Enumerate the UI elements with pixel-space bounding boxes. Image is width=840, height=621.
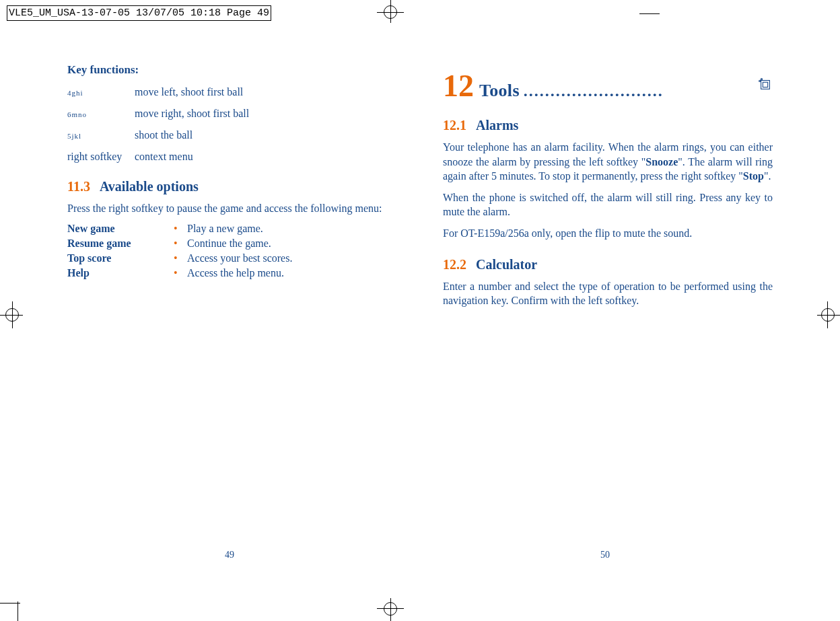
key-desc: move left, shoot first ball	[135, 86, 404, 98]
svg-rect-1	[763, 82, 767, 87]
snooze-label: Snooze	[645, 156, 678, 168]
option-name: Help	[67, 267, 174, 279]
key-row: 6mno move right, shoot first ball	[67, 108, 404, 120]
bleed-mark	[18, 601, 18, 621]
section-paragraph: Enter a number and select the type of op…	[443, 279, 773, 308]
section-heading-11-3: 11.3Available options	[67, 179, 404, 194]
section-heading-12-2: 12.2Calculator	[443, 257, 773, 272]
crop-mark-top	[377, 0, 404, 23]
crop-mark-right	[817, 301, 840, 328]
chapter-number: 12	[443, 71, 474, 102]
option-desc: Access the help menu.	[187, 267, 404, 279]
key-desc: shoot the ball	[135, 129, 404, 141]
section-heading-12-1: 12.1Alarms	[443, 118, 773, 133]
option-desc: Play a new game.	[187, 223, 404, 235]
bullet-icon: •	[174, 223, 187, 235]
key-row: 5jkl shoot the ball	[67, 129, 404, 141]
crop-mark-bottom	[377, 598, 404, 621]
page-right: 12 Tools .......................... 12.1…	[443, 71, 773, 315]
option-desc: Access your best scores.	[187, 252, 404, 264]
crop-mark-left	[0, 301, 23, 328]
key-desc: context menu	[135, 151, 404, 163]
bullet-icon: •	[174, 238, 187, 250]
section-number: 12.2	[443, 257, 466, 272]
option-desc: Continue the game.	[187, 238, 404, 250]
section-title: Calculator	[476, 257, 537, 272]
section-paragraph: Your telephone has an alarm facility. Wh…	[443, 140, 773, 184]
section-number: 12.1	[443, 118, 466, 133]
page-left: Key functions: 4ghi move left, shoot fir…	[67, 63, 404, 282]
prepress-header: VLE5_UM_USA-13-07-05 13/07/05 10:18 Page…	[7, 5, 271, 21]
bullet-icon: •	[174, 267, 187, 279]
option-row: Help • Access the help menu.	[67, 267, 404, 279]
page-number-left: 49	[225, 550, 234, 560]
option-name: New game	[67, 223, 174, 235]
section-paragraph: For OT-E159a/256a only, open the flip to…	[443, 226, 773, 241]
key-4-icon: 4ghi	[67, 89, 83, 97]
bullet-icon: •	[174, 252, 187, 264]
page-number-right: 50	[600, 550, 610, 560]
section-number: 11.3	[67, 179, 90, 194]
key-functions-heading: Key functions:	[67, 63, 404, 77]
option-row: Top score • Access your best scores.	[67, 252, 404, 264]
option-name: Top score	[67, 252, 174, 264]
tools-icon	[758, 77, 773, 96]
key-5-icon: 5jkl	[67, 132, 81, 140]
stop-label: Stop	[743, 170, 764, 182]
section-intro: Press the right softkey to pause the gam…	[67, 201, 404, 216]
chapter-dots: ..........................	[524, 82, 664, 100]
chapter-heading: 12 Tools ..........................	[443, 71, 773, 102]
key-row: right softkey context menu	[67, 151, 404, 163]
section-title: Alarms	[476, 118, 518, 133]
key-right-softkey: right softkey	[67, 151, 135, 163]
bleed-mark	[639, 13, 660, 14]
svg-rect-0	[761, 81, 770, 89]
key-6-icon: 6mno	[67, 110, 87, 118]
key-row: 4ghi move left, shoot first ball	[67, 86, 404, 98]
key-desc: move right, shoot first ball	[135, 108, 404, 120]
section-paragraph: When the phone is switched off, the alar…	[443, 190, 773, 219]
option-row: Resume game • Continue the game.	[67, 238, 404, 250]
option-row: New game • Play a new game.	[67, 223, 404, 235]
section-title: Available options	[100, 179, 199, 194]
chapter-title: Tools	[479, 81, 520, 101]
option-name: Resume game	[67, 238, 174, 250]
